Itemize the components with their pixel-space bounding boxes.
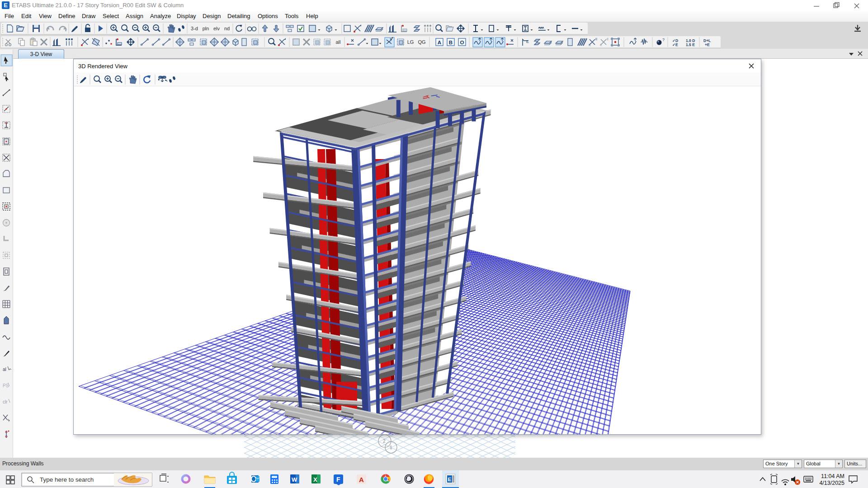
svg-text:11:04 AM: 11:04 AM: [821, 473, 844, 479]
svg-text:W: W: [292, 476, 297, 483]
svg-text:F: F: [336, 476, 340, 483]
svg-text:E: E: [448, 477, 452, 482]
svg-text:X: X: [313, 476, 317, 483]
svg-text:4/13/2025: 4/13/2025: [819, 480, 844, 486]
svg-text:Type here to search: Type here to search: [40, 476, 94, 483]
svg-text:A: A: [359, 476, 364, 483]
